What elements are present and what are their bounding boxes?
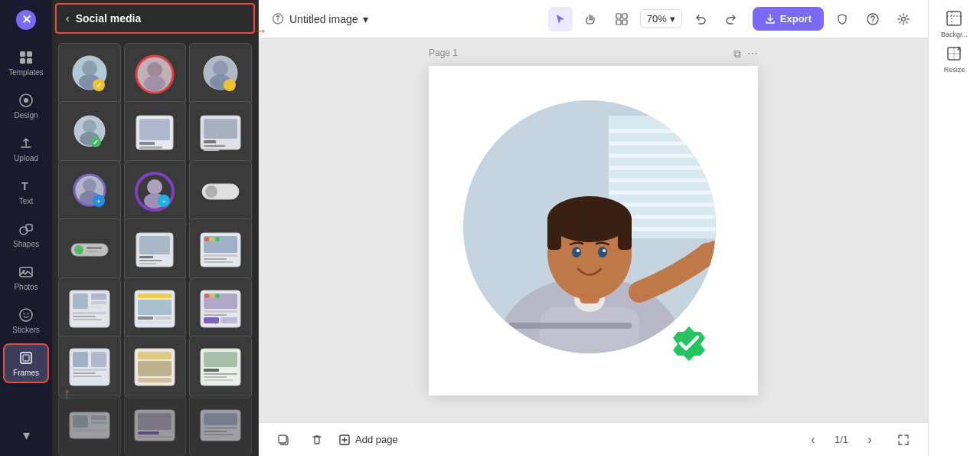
canvas-wrapper[interactable]: Page 1 ⧉ ⋯ bbox=[259, 38, 928, 422]
layout-tool-button[interactable] bbox=[609, 7, 634, 31]
svg-rect-40 bbox=[204, 119, 237, 139]
svg-point-161 bbox=[603, 249, 606, 252]
frame-thumb-8[interactable]: + bbox=[124, 160, 187, 223]
frame-thumb-17[interactable] bbox=[124, 336, 187, 399]
svg-rect-77 bbox=[91, 306, 102, 308]
frames-panel-title: Social media bbox=[76, 12, 142, 25]
sidebar-item-photos[interactable]: Photos bbox=[3, 258, 49, 297]
svg-rect-61 bbox=[139, 236, 170, 254]
undo-button[interactable] bbox=[688, 7, 713, 31]
frame-thumb-6[interactable] bbox=[189, 101, 252, 164]
svg-rect-117 bbox=[73, 433, 96, 435]
svg-point-19 bbox=[82, 61, 97, 76]
svg-rect-107 bbox=[204, 352, 237, 367]
svg-rect-83 bbox=[138, 300, 172, 315]
add-page-label: Add page bbox=[355, 434, 398, 445]
svg-rect-72 bbox=[204, 261, 233, 263]
frame-thumb-5[interactable] bbox=[124, 101, 187, 164]
svg-rect-164 bbox=[509, 323, 632, 329]
svg-point-134 bbox=[902, 17, 906, 21]
svg-rect-16 bbox=[21, 353, 31, 363]
svg-rect-103 bbox=[138, 352, 172, 359]
zoom-control[interactable]: 70% ▾ bbox=[640, 9, 682, 28]
frame-thumb-4[interactable]: ✓ bbox=[58, 101, 121, 164]
zoom-level: 70% bbox=[647, 13, 667, 25]
frame-thumb-1[interactable]: ✓ bbox=[58, 43, 121, 106]
svg-point-133 bbox=[872, 21, 873, 22]
resize-panel-item[interactable]: Resize bbox=[944, 44, 965, 74]
frame-thumb-20[interactable] bbox=[124, 395, 187, 456]
svg-rect-76 bbox=[91, 301, 106, 304]
select-tool-button[interactable] bbox=[548, 7, 573, 31]
file-menu[interactable]: Untitled image ▾ bbox=[271, 12, 368, 26]
back-button[interactable]: ‹ bbox=[66, 12, 70, 25]
expand-button[interactable] bbox=[891, 428, 916, 452]
canvas-illustration bbox=[433, 70, 754, 392]
svg-rect-126 bbox=[204, 434, 233, 435]
sidebar-item-shapes[interactable]: Shapes bbox=[3, 215, 49, 254]
frame-thumb-12[interactable] bbox=[189, 218, 252, 281]
delete-page-button[interactable] bbox=[305, 428, 329, 452]
background-panel-item[interactable]: Backgr... bbox=[941, 9, 968, 38]
svg-point-89 bbox=[204, 294, 209, 298]
sidebar-item-templates[interactable]: Templates bbox=[3, 43, 49, 83]
app-logo[interactable]: ✕ bbox=[12, 6, 40, 34]
export-button[interactable]: Export bbox=[753, 7, 824, 31]
sidebar-item-upload[interactable]: Upload bbox=[3, 129, 49, 169]
svg-rect-110 bbox=[204, 376, 227, 378]
frames-grid: ✓ ✓ bbox=[52, 37, 258, 456]
copy-page-icon[interactable]: ⧉ bbox=[733, 48, 741, 61]
svg-point-45 bbox=[83, 179, 96, 192]
frame-thumb-18[interactable] bbox=[189, 336, 252, 399]
prev-page-button[interactable]: ‹ bbox=[801, 428, 825, 452]
svg-rect-99 bbox=[73, 369, 106, 371]
frame-thumb-16[interactable] bbox=[58, 336, 121, 399]
frame-thumb-2[interactable] bbox=[124, 43, 187, 106]
sidebar-item-text[interactable]: T Text bbox=[3, 172, 49, 212]
shield-button[interactable] bbox=[830, 7, 854, 31]
sidebar-item-frames[interactable]: Frames bbox=[3, 343, 49, 383]
settings-button[interactable] bbox=[891, 7, 916, 31]
svg-rect-43 bbox=[204, 149, 219, 151]
svg-rect-119 bbox=[138, 413, 172, 430]
frame-thumb-14[interactable] bbox=[124, 277, 187, 340]
svg-rect-105 bbox=[138, 378, 172, 382]
duplicate-page-button[interactable] bbox=[271, 428, 296, 452]
prev-page-icon: ‹ bbox=[811, 433, 815, 447]
svg-rect-92 bbox=[204, 310, 237, 313]
svg-point-31 bbox=[83, 120, 96, 133]
bottom-bar: Add page ‹ 1/1 › bbox=[259, 422, 928, 456]
hand-tool-button[interactable] bbox=[579, 7, 603, 31]
svg-rect-4 bbox=[20, 58, 25, 64]
sidebar-item-design[interactable]: Design bbox=[3, 86, 49, 126]
page-label: Page 1 bbox=[429, 48, 458, 58]
frame-thumb-3[interactable] bbox=[189, 43, 252, 106]
more-options-icon[interactable]: ⋯ bbox=[747, 48, 758, 61]
frame-thumb-13[interactable] bbox=[58, 277, 121, 340]
zoom-chevron-icon: ▾ bbox=[670, 13, 675, 25]
frame-thumb-10[interactable] bbox=[58, 218, 121, 281]
svg-rect-166 bbox=[279, 435, 286, 443]
svg-rect-168 bbox=[947, 11, 961, 25]
svg-rect-41 bbox=[204, 140, 216, 143]
frame-thumb-11[interactable] bbox=[124, 218, 187, 281]
add-page-button[interactable]: Add page bbox=[338, 434, 398, 446]
help-button[interactable] bbox=[861, 7, 885, 31]
svg-rect-85 bbox=[155, 317, 172, 320]
redo-button[interactable] bbox=[719, 7, 743, 31]
svg-rect-116 bbox=[73, 429, 106, 431]
next-page-button[interactable]: › bbox=[858, 428, 882, 452]
frame-thumb-21[interactable] bbox=[189, 395, 252, 456]
sidebar-item-stickers[interactable]: Stickers bbox=[3, 300, 49, 340]
canvas-page[interactable] bbox=[429, 66, 758, 395]
svg-point-68 bbox=[210, 237, 214, 241]
svg-point-160 bbox=[577, 249, 580, 252]
frame-thumb-15[interactable] bbox=[189, 277, 252, 340]
dropdown-chevron-icon: ▾ bbox=[363, 13, 368, 25]
scroll-down-icon[interactable]: ▾ bbox=[17, 421, 36, 450]
frame-thumb-7[interactable]: + bbox=[58, 160, 121, 223]
frame-thumb-19[interactable] bbox=[58, 395, 121, 456]
frame-thumb-9[interactable] bbox=[189, 160, 252, 223]
svg-point-67 bbox=[204, 237, 209, 241]
svg-point-29 bbox=[224, 79, 236, 91]
